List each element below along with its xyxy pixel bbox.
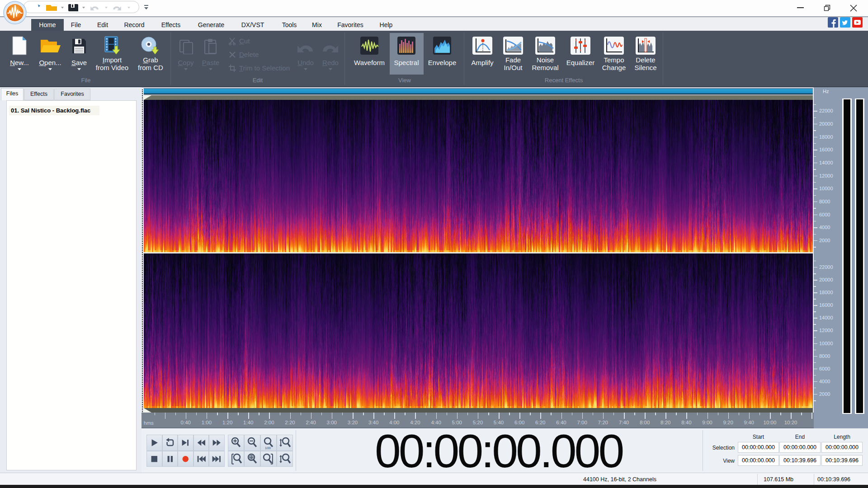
svg-text:100: 100 [265, 446, 271, 450]
